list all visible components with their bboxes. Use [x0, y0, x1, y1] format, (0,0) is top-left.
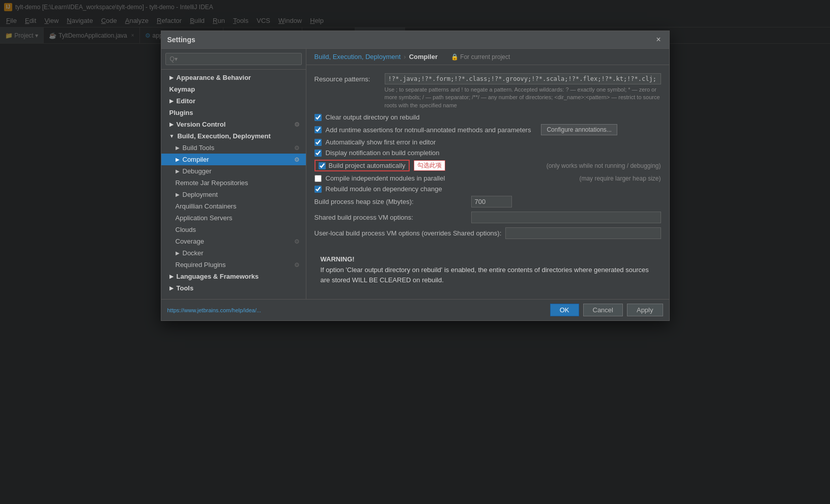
dialog-title: Settings: [167, 36, 195, 44]
dialog-title-bar: Settings ×: [161, 31, 669, 44]
dialog-overlay: Settings × ▶ Appearance & Behavior: [0, 0, 830, 44]
settings-dialog: Settings × ▶ Appearance & Behavior: [161, 31, 670, 44]
dialog-close-button[interactable]: ×: [654, 35, 663, 44]
